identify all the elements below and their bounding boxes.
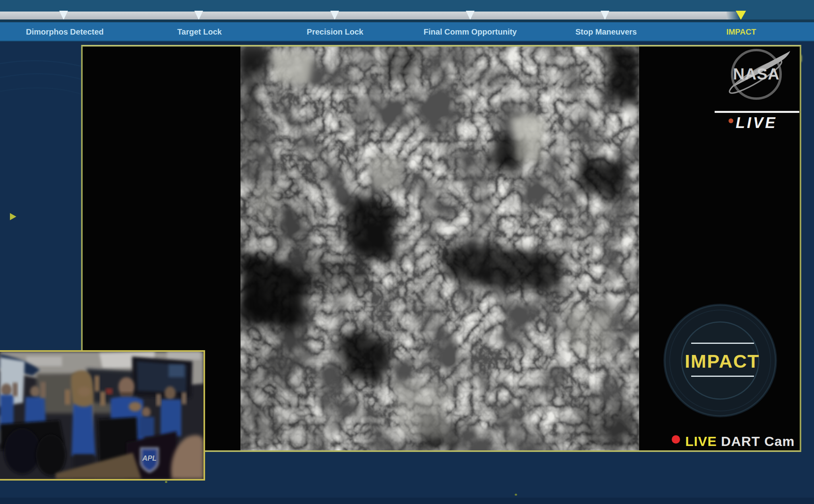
svg-text:NASA: NASA	[733, 65, 779, 83]
